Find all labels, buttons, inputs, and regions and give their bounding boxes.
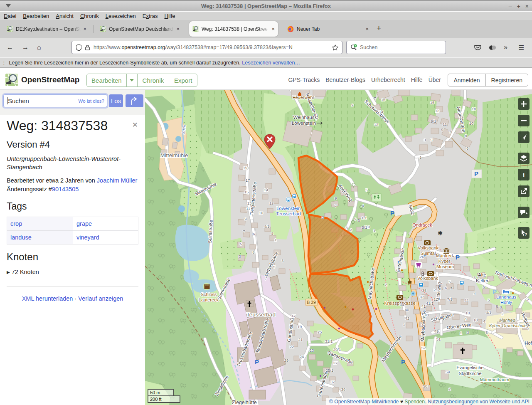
svg-text:19: 19 <box>243 165 248 170</box>
svg-text:52: 52 <box>421 346 426 350</box>
svg-text:3: 3 <box>350 227 352 232</box>
svg-text:24: 24 <box>300 354 304 359</box>
svg-text:39: 39 <box>341 387 346 392</box>
svg-text:Landhaus: Landhaus <box>496 294 517 299</box>
svg-text:7: 7 <box>527 298 529 302</box>
svg-text:41: 41 <box>421 304 426 309</box>
svg-text:Manfred-: Manfred- <box>436 253 454 258</box>
svg-text:Mammutbaum: Mammutbaum <box>480 377 509 382</box>
svg-text:22: 22 <box>290 344 294 349</box>
svg-text:29/1: 29/1 <box>333 347 341 352</box>
svg-text:Schloss: Schloss <box>201 292 217 297</box>
svg-text:4: 4 <box>473 291 475 296</box>
svg-text:Lautereck: Lautereck <box>199 297 219 302</box>
svg-text:© OpenStreetMap-Mitwirkende ♥: © OpenStreetMap-Mitwirkende ♥ Spenden. N… <box>329 399 530 405</box>
svg-text:7/1: 7/1 <box>447 297 452 301</box>
svg-text:7: 7 <box>335 203 337 208</box>
svg-text:10: 10 <box>466 311 470 315</box>
svg-text:7: 7 <box>243 229 245 234</box>
svg-text:5: 5 <box>485 330 488 335</box>
svg-text:5: 5 <box>448 279 451 284</box>
svg-text:37: 37 <box>330 380 335 384</box>
svg-text:9: 9 <box>351 103 353 107</box>
svg-text:11: 11 <box>246 206 250 211</box>
svg-text:200 ft: 200 ft <box>150 397 162 402</box>
svg-text:7: 7 <box>374 96 376 101</box>
svg-text:i: i <box>523 172 525 178</box>
svg-text:Feuerwehr: Feuerwehr <box>293 95 315 100</box>
svg-text:2: 2 <box>448 387 451 391</box>
svg-text:13: 13 <box>435 109 440 113</box>
svg-text:7: 7 <box>449 129 451 134</box>
svg-text:3: 3 <box>322 215 324 220</box>
svg-text:6: 6 <box>466 146 468 151</box>
svg-text:1: 1 <box>274 237 276 242</box>
svg-text:3: 3 <box>281 258 283 263</box>
svg-text:B 39: B 39 <box>307 300 316 305</box>
svg-text:12: 12 <box>269 201 274 205</box>
svg-text:5: 5 <box>365 188 367 192</box>
svg-text:42: 42 <box>405 316 410 321</box>
svg-text:49: 49 <box>434 329 439 333</box>
svg-text:Löwenstein: Löwenstein <box>292 121 316 126</box>
svg-text:31/1: 31/1 <box>325 339 333 343</box>
svg-text:P: P <box>401 358 405 365</box>
svg-text:P: P <box>255 358 259 365</box>
svg-text:5/1: 5/1 <box>362 225 367 230</box>
svg-text:4/1: 4/1 <box>264 224 269 229</box>
svg-text:6: 6 <box>253 232 255 236</box>
svg-text:1: 1 <box>403 322 405 327</box>
svg-text:3: 3 <box>239 254 241 259</box>
svg-text:12: 12 <box>459 115 464 119</box>
svg-text:Löwenstein: Löwenstein <box>276 206 300 211</box>
svg-text:4: 4 <box>483 319 485 324</box>
svg-text:11: 11 <box>443 122 447 126</box>
svg-text:2: 2 <box>433 287 436 292</box>
svg-text:19: 19 <box>298 324 302 329</box>
svg-text:1: 1 <box>373 228 375 233</box>
svg-text:Kyber-Grundschule: Kyber-Grundschule <box>489 323 527 328</box>
svg-text:Hohly: Hohly <box>500 300 512 305</box>
svg-text:Kyber-: Kyber- <box>438 259 452 264</box>
svg-text:15: 15 <box>244 190 249 194</box>
svg-text:5: 5 <box>478 279 480 284</box>
svg-text:58: 58 <box>423 384 428 388</box>
svg-text:Alte: Alte <box>478 272 486 277</box>
svg-text:41/1: 41/1 <box>426 301 434 306</box>
svg-text:9/1: 9/1 <box>431 119 436 123</box>
svg-text:4: 4 <box>271 231 273 236</box>
svg-text:1: 1 <box>419 155 421 160</box>
svg-text:3: 3 <box>473 275 475 280</box>
svg-text:?: ? <box>525 232 527 237</box>
svg-text:5: 5 <box>240 242 242 246</box>
svg-text:5: 5 <box>488 298 490 302</box>
svg-text:37: 37 <box>420 294 424 299</box>
svg-text:3: 3 <box>424 138 426 142</box>
svg-text:17: 17 <box>246 178 250 183</box>
svg-text:11: 11 <box>465 298 469 302</box>
svg-text:40: 40 <box>405 307 409 312</box>
svg-text:10: 10 <box>473 318 478 322</box>
svg-text:Ziegelhütte: Ziegelhütte <box>232 400 257 405</box>
svg-text:5: 5 <box>358 218 360 222</box>
svg-text:1/1: 1/1 <box>361 215 367 220</box>
svg-text:8: 8 <box>252 250 254 254</box>
svg-text:2: 2 <box>501 311 503 316</box>
svg-text:3: 3 <box>345 225 347 230</box>
svg-text:23: 23 <box>310 348 314 353</box>
svg-text:14: 14 <box>264 188 268 192</box>
svg-text:9: 9 <box>244 217 246 221</box>
svg-text:59: 59 <box>446 370 450 374</box>
svg-text:Stadtkirche: Stadtkirche <box>458 371 481 376</box>
svg-text:10: 10 <box>469 121 474 126</box>
svg-text:25/1: 25/1 <box>326 368 334 373</box>
svg-text:Hof: Hof <box>525 341 532 346</box>
svg-text:27: 27 <box>333 361 338 365</box>
svg-text:34: 34 <box>400 302 404 307</box>
svg-text:29: 29 <box>284 358 289 363</box>
svg-text:5: 5 <box>273 264 275 269</box>
svg-text:13: 13 <box>247 201 252 205</box>
svg-text:Evangelische: Evangelische <box>456 365 483 370</box>
svg-text:50 m: 50 m <box>150 390 160 395</box>
svg-text:35: 35 <box>422 288 427 293</box>
